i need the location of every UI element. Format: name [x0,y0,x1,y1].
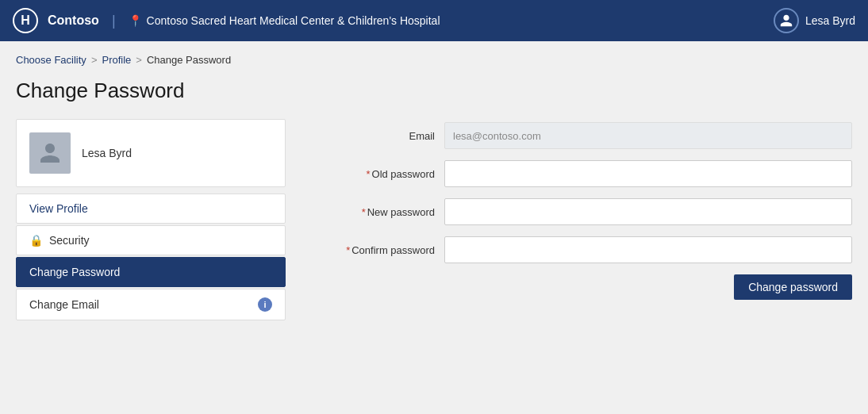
header-right[interactable]: Lesa Byrd [774,8,855,33]
app-logo: H [13,8,38,33]
view-profile-button[interactable]: View Profile [16,194,286,224]
new-password-input[interactable] [444,198,852,225]
submit-row: Change password [317,274,852,300]
security-section-header: 🔒 Security [16,225,286,255]
main-container: Choose Facility > Profile > Change Passw… [0,41,868,414]
confirm-password-input[interactable] [444,236,852,263]
email-label: Email [317,130,444,142]
breadcrumb-profile[interactable]: Profile [102,54,131,66]
confirm-password-row: *Confirm password [317,236,852,263]
facility-name: 📍 Contoso Sacred Heart Medical Center & … [129,14,440,27]
header-divider: | [112,13,116,29]
breadcrumb-current: Change Password [147,54,231,66]
user-card: Lesa Byrd [16,119,286,187]
sidebar-user-name: Lesa Byrd [82,147,132,159]
header-user-name: Lesa Byrd [805,14,855,27]
change-password-nav-item[interactable]: Change Password [16,257,286,287]
new-password-label: *New password [317,206,444,218]
change-password-button[interactable]: Change password [734,274,852,300]
confirm-password-label: *Confirm password [317,244,444,256]
content-layout: Lesa Byrd View Profile 🔒 Security Change… [16,119,852,322]
breadcrumb: Choose Facility > Profile > Change Passw… [16,54,852,66]
old-password-row: *Old password [317,160,852,187]
old-password-label: *Old password [317,168,444,180]
location-icon: 📍 [129,14,142,27]
required-star-old: * [366,168,370,180]
change-email-nav-item[interactable]: Change Email i [16,289,286,320]
lock-icon: 🔒 [29,234,43,247]
breadcrumb-sep-2: > [136,54,142,66]
form-area: Email *Old password *New password [317,119,852,300]
required-star-new: * [362,206,366,218]
user-avatar[interactable] [774,8,799,33]
breadcrumb-sep-1: > [91,54,98,66]
email-row: Email [317,122,852,149]
page-title: Change Password [16,79,852,103]
info-icon: i [258,297,272,312]
app-header: H Contoso | 📍 Contoso Sacred Heart Medic… [0,0,868,41]
sidebar: Lesa Byrd View Profile 🔒 Security Change… [16,119,286,322]
sidebar-avatar [29,132,71,174]
breadcrumb-choose-facility[interactable]: Choose Facility [16,54,86,66]
new-password-row: *New password [317,198,852,225]
email-input [444,122,852,149]
required-star-confirm: * [346,244,350,256]
old-password-input[interactable] [444,160,852,187]
company-name: Contoso [48,13,99,28]
header-left: H Contoso | 📍 Contoso Sacred Heart Medic… [13,8,440,33]
